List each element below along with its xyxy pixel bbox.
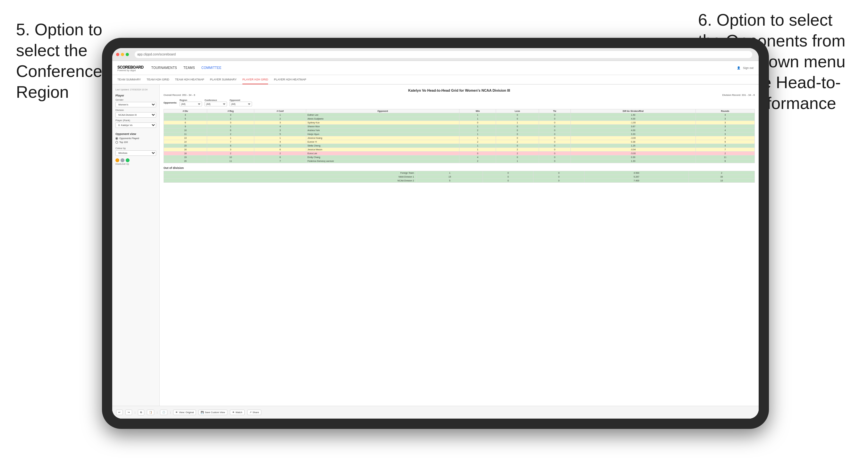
undo-btn[interactable]: ↩ — [116, 410, 123, 415]
share-icon: ↗ — [249, 411, 252, 414]
last-updated: Last Updated: 27/03/2024 10:34 — [116, 89, 156, 91]
table-row: 331Esther Lee1001.504 — [164, 113, 755, 117]
redo-btn[interactable]: ↪ — [125, 410, 132, 415]
colour-by-label: Colour by — [116, 147, 156, 150]
sub-nav-player-h2h-grid[interactable]: PLAYER H2H GRID — [242, 75, 268, 84]
table-header-row: # Div # Reg # Conf Opponent Win Loss Tie… — [164, 109, 755, 113]
nav-link-committee[interactable]: COMMITTEE — [202, 65, 222, 70]
gender-dropdown[interactable]: Women's — [116, 102, 156, 107]
radio-top100[interactable]: Top 100 — [116, 141, 156, 144]
dot-red[interactable] — [116, 53, 119, 56]
region-filter-select[interactable]: (All) — [180, 102, 202, 106]
main-data-table: # Div # Reg # Conf Opponent Win Loss Tie… — [163, 109, 755, 163]
col-reg: # Reg — [207, 109, 254, 113]
records-row: Overall Record: 353 - 34 - 6 Division Re… — [163, 94, 755, 96]
sub-nav-player-h2h-heatmap[interactable]: PLAYER H2H HEATMAP — [274, 75, 306, 84]
page-title: Katelyn Vo Head-to-Head Grid for Women's… — [163, 89, 755, 92]
app-content: SCOREBOARD Powered by clippd TOURNAMENTS… — [112, 61, 759, 418]
col-diff: Diff Av Strokes/Rnd — [571, 109, 696, 113]
save-custom-view-label: Save Custom View — [205, 411, 225, 414]
opponents-label: Opponents: — [163, 101, 177, 104]
sub-nav-player-summary[interactable]: PLAYER SUMMARY — [210, 75, 237, 84]
save-icon: 💾 — [201, 411, 204, 414]
logo-sub: Powered by clippd — [117, 69, 144, 71]
browser-url-bar[interactable]: app.clippd.com/scoreboard — [135, 51, 752, 58]
sub-nav-team-summary[interactable]: TEAM SUMMARY — [117, 75, 141, 84]
sign-out-link[interactable]: Sign out — [743, 66, 753, 69]
radio-dot-opponents — [116, 137, 118, 140]
opponent-filter-select[interactable]: (All) — [229, 102, 252, 106]
main-layout: Last Updated: 27/03/2024 10:34 Player Ge… — [112, 85, 759, 406]
dot-yellow[interactable] — [121, 53, 124, 56]
ood-table-row: Foreign Team1004.5002 — [164, 171, 755, 175]
colour-circles — [116, 158, 156, 162]
table-row: 1585Stella Cheng1001.254 — [164, 144, 755, 148]
sub-nav-team-h2h-heatmap[interactable]: TEAM H2H HEATMAP — [175, 75, 204, 84]
nav-link-tournaments[interactable]: TOURNAMENTS — [151, 65, 177, 70]
ood-table-row: NAIA Division 115009.26730 — [164, 175, 755, 179]
opponent-filter-group: Opponent (All) — [229, 99, 252, 106]
logo-text: SCOREBOARD — [117, 65, 144, 69]
sub-nav-team-h2h-grid[interactable]: TEAM H2H GRID — [147, 75, 169, 84]
toolbar-sep-1: | — [135, 411, 135, 414]
table-row: 914Sharon Mun1003.673 — [164, 125, 755, 128]
filter-row: Opponents: Region (All) Conference (All) — [163, 99, 755, 106]
table-row: 1636Jessica Mason120-0.947 — [164, 148, 755, 152]
col-div: # Div — [164, 109, 207, 113]
dot-green-browser[interactable] — [126, 53, 129, 56]
save-custom-view-btn[interactable]: 💾 Save Custom View — [198, 410, 227, 415]
watch-label: Watch — [236, 411, 242, 414]
nav-link-teams[interactable]: TEAMS — [183, 65, 195, 70]
sidebar-player-title: Player — [116, 94, 156, 97]
radio-opponents-played[interactable]: Opponents Played — [116, 137, 156, 140]
col-tie: Tie — [539, 109, 571, 113]
view-original-btn[interactable]: 👁 View: Original — [173, 410, 196, 415]
table-row: 20117Federica Domecq Lacroze2101.336 — [164, 159, 755, 163]
share-label: Share — [253, 411, 259, 414]
player-rank-label: Player (Rank) — [116, 119, 156, 122]
ood-table: Foreign Team1004.5002NAIA Division 11500… — [163, 171, 755, 183]
watch-btn[interactable]: 👁 Watch — [230, 410, 245, 415]
toolbar-sep-3: | — [170, 411, 170, 414]
user-icon: 👤 — [737, 66, 740, 69]
colour-circle-level — [121, 158, 124, 162]
division-dropdown[interactable]: NCAA Division III — [116, 112, 156, 118]
out-of-division-title: Out of division — [163, 166, 755, 169]
table-row: 1125Heejo Hyun1003.333 — [164, 132, 755, 136]
view-original-label: View: Original — [179, 411, 194, 414]
radio-dot-top100 — [116, 141, 118, 144]
colour-label-down: Down — [116, 163, 119, 165]
division-record: Division Record: 331 - 34 - 6 — [722, 94, 755, 96]
conference-filter-select[interactable]: (All) — [205, 102, 227, 106]
view-icon: 👁 — [176, 411, 178, 414]
opponent-view-section: Opponent view Opponents Played Top 100 — [116, 132, 156, 144]
share-btn[interactable]: ↗ Share — [247, 410, 261, 415]
col-opponent: Opponent — [306, 109, 459, 113]
watch-icon: 👁 — [232, 411, 235, 414]
table-row: 522Alexis Sudjianto1004.003 — [164, 117, 755, 121]
paste-btn[interactable]: 📋 — [147, 410, 154, 415]
ood-table-row: NCAA Division 25007.40010 — [164, 179, 755, 183]
browser-dots — [116, 53, 129, 56]
radio-top100-label: Top 100 — [119, 141, 128, 144]
gender-label: Gender — [116, 98, 156, 101]
opponent-filter-label: Opponent — [229, 99, 252, 101]
clock-btn[interactable]: 🕐 — [160, 410, 167, 415]
nav-left: SCOREBOARD Powered by clippd TOURNAMENTS… — [117, 64, 222, 71]
table-row: 1822Euna Lee020-5.002 — [164, 152, 755, 155]
top-nav: SCOREBOARD Powered by clippd TOURNAMENTS… — [112, 61, 759, 75]
nav-links: TOURNAMENTS TEAMS COMMITTEE — [151, 65, 222, 70]
sub-nav: TEAM SUMMARY TEAM H2H GRID TEAM H2H HEAT… — [112, 75, 759, 85]
colour-by-dropdown[interactable]: Win/loss — [116, 150, 156, 156]
left-sidebar: Last Updated: 27/03/2024 10:34 Player Ge… — [112, 85, 160, 406]
col-win: Win — [460, 109, 496, 113]
table-row: 633Sydney Kuo010-1.003 — [164, 121, 755, 125]
logo: SCOREBOARD Powered by clippd — [117, 64, 144, 71]
table-row: 1063Andrea York2004.004 — [164, 128, 755, 132]
colour-circle-up — [126, 158, 129, 162]
col-rounds: Rounds — [695, 109, 754, 113]
copy-btn[interactable]: ⧉ — [138, 410, 144, 415]
player-rank-dropdown[interactable]: 8. Katelyn Vo — [116, 122, 156, 128]
region-filter-group: Region (All) — [180, 99, 202, 106]
browser-chrome: app.clippd.com/scoreboard — [112, 48, 759, 61]
